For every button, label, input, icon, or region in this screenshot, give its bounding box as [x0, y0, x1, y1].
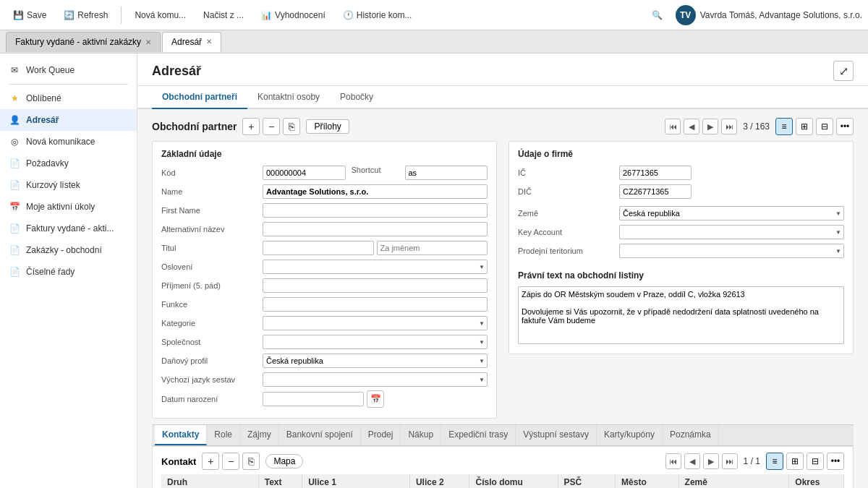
teritorium-select[interactable] — [619, 244, 844, 258]
search-icon: 🔍 — [652, 10, 663, 20]
tab-faktury[interactable]: Faktury vydané - aktivní zakázky ✕ — [6, 32, 161, 52]
kontakt-view-list[interactable]: ≡ — [766, 453, 783, 470]
name-value — [263, 184, 488, 199]
filter-button[interactable]: ⊟ — [816, 118, 833, 135]
za-jmenem-input[interactable] — [377, 241, 488, 255]
kontakt-nav-last[interactable]: ⏭ — [722, 453, 738, 469]
nav-next-button[interactable]: ▶ — [702, 119, 718, 134]
dic-input[interactable] — [619, 184, 692, 199]
bottom-tab-zajmy[interactable]: Zájmy — [240, 425, 279, 445]
tab-pobocky[interactable]: Pobočky — [330, 86, 383, 109]
datum-narozeni-input[interactable] — [263, 392, 364, 406]
calendar-button[interactable]: 📅 — [367, 390, 384, 408]
titul-input[interactable] — [263, 241, 374, 255]
bottom-tab-bankovni[interactable]: Bankovní spojení — [279, 425, 361, 445]
kontakt-more-options[interactable]: ••• — [827, 453, 844, 470]
sidebar-item-faktury-vydane[interactable]: 📄 Faktury vydané - akti... — [0, 218, 137, 239]
kontakt-view-grid[interactable]: ⊞ — [786, 453, 804, 470]
zeme-select[interactable]: Česká republika — [619, 206, 844, 221]
osloveni-select[interactable] — [263, 260, 488, 274]
kontakt-title-group: Kontakt + − ⎘ Mapa — [161, 453, 303, 470]
kod-input[interactable] — [263, 166, 346, 180]
dic-value — [619, 184, 844, 199]
copy-partner-button[interactable]: ⎘ — [283, 118, 300, 135]
vychozi-jazyk-select[interactable] — [263, 372, 488, 387]
nova-komu-button[interactable]: Nová komu... — [127, 7, 193, 23]
historie-button[interactable]: 🕐 Historie kom... — [336, 7, 420, 23]
view-grid-button[interactable]: ⊞ — [796, 118, 813, 135]
historie-icon: 🕐 — [343, 10, 354, 20]
name-input[interactable] — [263, 184, 488, 199]
label-kod: Kód — [161, 168, 263, 177]
sidebar-item-oblibene[interactable]: ★ Oblíbené — [0, 87, 137, 109]
remove-partner-button[interactable]: − — [263, 118, 280, 135]
label-datum-narozeni: Datum narození — [161, 395, 263, 403]
add-partner-button[interactable]: + — [242, 118, 260, 135]
prilohy-button[interactable]: Přílohy — [306, 119, 349, 134]
teritorium-wrap: ▼ — [619, 244, 844, 258]
sidebar-item-ciselne-rady[interactable]: 📄 Číselné řady — [0, 261, 137, 283]
first-name-input[interactable] — [263, 203, 488, 218]
row-key-account: Key Account ▼ — [518, 224, 844, 240]
row-prijmeni: Příjmení (5. pád) — [161, 278, 488, 294]
bottom-tab-vystupni[interactable]: Výstupní sestavy — [516, 425, 597, 445]
ic-input[interactable] — [619, 166, 692, 180]
bottom-tab-prodej[interactable]: Prodej — [361, 425, 401, 445]
sidebar-item-pozadavky[interactable]: 📄 Požadavky — [0, 153, 137, 174]
nav-last-button[interactable]: ⏭ — [721, 119, 737, 134]
sidebar-item-adresar[interactable]: 👤 Adresář — [0, 109, 137, 131]
label-ic: IČ — [518, 168, 619, 177]
nav-first-button[interactable]: ⏮ — [665, 119, 681, 134]
sidebar-item-zakazky[interactable]: 📄 Zakázky - obchodní — [0, 239, 137, 261]
sidebar-item-moje-ukoly[interactable]: 📅 Moje aktivní úkoly — [0, 196, 137, 218]
kategorie-select[interactable] — [263, 316, 488, 330]
kontakt-nav-first[interactable]: ⏮ — [665, 453, 681, 469]
sidebar-zakazky-label: Zakázky - obchodní — [26, 245, 102, 255]
key-account-wrap: ▼ — [619, 225, 844, 239]
expand-button[interactable]: ⤢ — [833, 61, 854, 81]
sidebar-item-work-queue[interactable]: ✉ Work Queue — [0, 59, 137, 81]
bottom-tab-expedicni[interactable]: Expediční trasy — [441, 425, 516, 445]
spolecnost-select[interactable] — [263, 335, 488, 349]
nav-prev-button[interactable]: ◀ — [684, 119, 699, 134]
tab-obchodni-partneri[interactable]: Obchodní partneři — [152, 86, 247, 109]
funkce-input[interactable] — [263, 297, 488, 312]
alt-nazev-input[interactable] — [263, 222, 488, 236]
add-kontakt-button[interactable]: + — [202, 453, 219, 470]
bottom-tab-karty[interactable]: Karty/kupóny — [597, 425, 663, 445]
nacist-button[interactable]: Načist z ... — [196, 7, 251, 23]
refresh-button[interactable]: 🔄 Refresh — [56, 7, 115, 23]
bottom-tab-poznamka[interactable]: Poznámka — [663, 425, 719, 445]
kontakt-filter-button[interactable]: ⊟ — [807, 453, 824, 470]
row-kod: Kód Shortcut — [161, 165, 488, 181]
shortcut-input[interactable] — [405, 166, 488, 180]
danovy-profil-select[interactable]: Česká republika — [263, 354, 488, 368]
kontakt-nav-prev[interactable]: ◀ — [684, 453, 700, 469]
prijmeni-input[interactable] — [263, 278, 488, 293]
tab-faktury-close[interactable]: ✕ — [145, 38, 151, 46]
tab-adresar[interactable]: Adresář ✕ — [162, 32, 221, 52]
key-account-select[interactable] — [619, 225, 844, 239]
col-ulice1: Ulice 1 — [302, 474, 410, 488]
vyhodnoceni-label: Vyhodnocení — [275, 10, 326, 20]
label-dic: DIČ — [518, 187, 619, 196]
copy-kontakt-button[interactable]: ⎘ — [242, 453, 260, 470]
kontakt-nav-next[interactable]: ▶ — [703, 453, 719, 469]
tab-adresar-close[interactable]: ✕ — [206, 38, 212, 46]
bottom-tab-role[interactable]: Role — [207, 425, 240, 445]
mapa-button[interactable]: Mapa — [265, 454, 303, 468]
save-button[interactable]: 💾 Save — [6, 7, 54, 23]
view-list-button[interactable]: ≡ — [775, 118, 793, 135]
bottom-tab-kontakty[interactable]: Kontakty — [155, 425, 207, 445]
remove-kontakt-button[interactable]: − — [222, 453, 239, 470]
tab-kontaktni-osoby[interactable]: Kontaktní osoby — [247, 86, 330, 109]
sidebar-item-kurzovy-listek[interactable]: 📄 Kurzový lístek — [0, 174, 137, 196]
sidebar-item-nova-komunikace[interactable]: ◎ Nová komunikace — [0, 131, 137, 153]
vyhodnoceni-button[interactable]: 📊 Vyhodnocení — [254, 7, 333, 23]
sidebar-kurzovy-label: Kurzový lístek — [26, 180, 80, 190]
sidebar-sep-1 — [9, 84, 128, 85]
pravni-text-textarea[interactable]: Zápis do OR Městským soudem v Praze, odd… — [518, 286, 844, 344]
search-button[interactable]: 🔍 — [644, 7, 670, 23]
more-options-button[interactable]: ••• — [836, 118, 854, 135]
bottom-tab-nakup[interactable]: Nákup — [401, 425, 441, 445]
